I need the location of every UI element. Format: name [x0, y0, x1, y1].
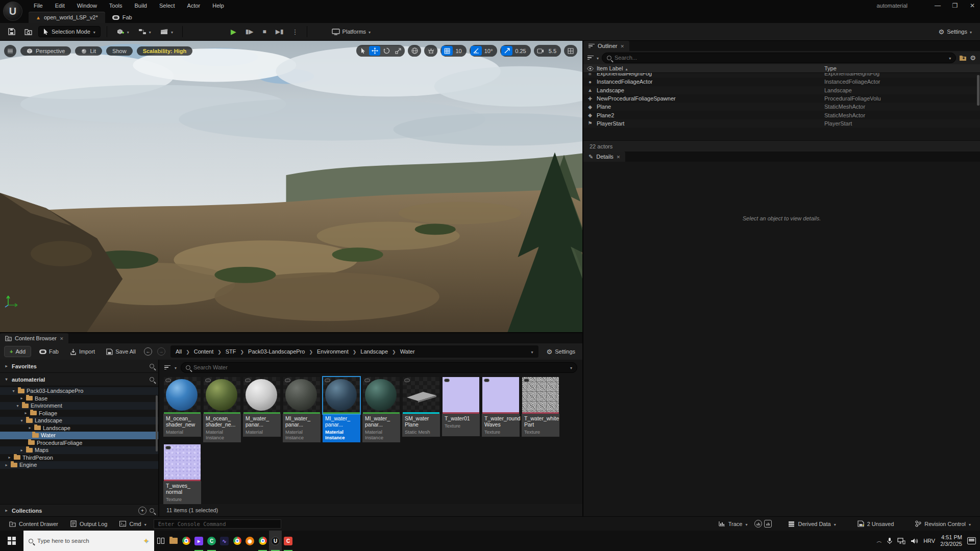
- menu-window[interactable]: Window: [72, 2, 102, 10]
- content-browser-tab[interactable]: Content Browser: [0, 333, 68, 343]
- menu-select[interactable]: Select: [154, 2, 180, 10]
- eject-button[interactable]: ▶▮: [273, 26, 287, 37]
- save-all-button[interactable]: Save All: [103, 346, 139, 357]
- play-button[interactable]: ▶: [228, 26, 239, 38]
- frame-skip-button[interactable]: ▮▶: [242, 26, 257, 37]
- task-view-button[interactable]: [154, 531, 167, 551]
- asset-tile-selected[interactable]: MI_water_panar...Material Instance: [323, 377, 360, 442]
- content-drawer-button[interactable]: Content Drawer: [4, 519, 63, 529]
- red-app-button[interactable]: C: [282, 531, 295, 551]
- start-button[interactable]: [0, 531, 23, 551]
- tray-chevron-icon[interactable]: ︿: [876, 537, 882, 545]
- expand-arrow-icon[interactable]: [4, 463, 9, 467]
- breadcrumb-content[interactable]: Content: [194, 348, 214, 355]
- gear-icon[interactable]: ⚙: [970, 54, 976, 62]
- camera-speed-value[interactable]: 5.5: [547, 48, 560, 54]
- folder-item[interactable]: Engine: [0, 461, 158, 469]
- minimize-button[interactable]: —: [930, 1, 945, 11]
- grid-snap-value[interactable]: 10: [453, 48, 465, 54]
- asset-search-input[interactable]: [193, 364, 567, 370]
- chrome-button[interactable]: [180, 531, 192, 551]
- coordinate-space-toggle[interactable]: [408, 45, 421, 57]
- view-mode-dropdown[interactable]: Lit: [75, 46, 102, 56]
- outliner-row[interactable]: ●InstancedFoliageActorInstancedFoliageAc…: [583, 78, 980, 86]
- profiler-icon[interactable]: [764, 520, 772, 528]
- asset-tile[interactable]: M_ocean_shader_newMaterial: [163, 377, 201, 442]
- breadcrumb-environment[interactable]: Environment: [317, 348, 349, 355]
- chevron-down-icon[interactable]: [597, 55, 599, 61]
- surface-snapping-toggle[interactable]: [424, 45, 437, 57]
- network-icon[interactable]: [897, 538, 905, 544]
- stop-button[interactable]: ■: [260, 26, 270, 37]
- rotate-tool[interactable]: [381, 46, 392, 56]
- menu-actor[interactable]: Actor: [182, 2, 206, 10]
- asset-search-box[interactable]: [181, 362, 577, 373]
- platforms-dropdown[interactable]: Platforms: [329, 27, 374, 37]
- path-dropdown-chevron[interactable]: [531, 348, 533, 355]
- outliner-search-box[interactable]: [602, 53, 956, 63]
- scale-snap-value[interactable]: 0.25: [513, 48, 529, 54]
- file-explorer-button[interactable]: [167, 531, 180, 551]
- folder-item[interactable]: Foliage: [0, 410, 158, 417]
- unsaved-changes-button[interactable]: 2 Unsaved: [852, 518, 899, 529]
- asset-tile[interactable]: M_ocean_shader_ne...Material Instance: [203, 377, 241, 442]
- new-folder-icon[interactable]: [959, 55, 967, 61]
- speaker-icon[interactable]: [911, 538, 918, 544]
- filmora-button[interactable]: ▸: [192, 531, 205, 551]
- taskbar-clock[interactable]: 4:51 PM 2/3/2025: [940, 534, 962, 547]
- folder-item[interactable]: Pack03-LandscapePro: [0, 387, 158, 395]
- menu-help[interactable]: Help: [207, 2, 229, 10]
- show-dropdown[interactable]: Show: [106, 46, 133, 56]
- menu-file[interactable]: File: [29, 2, 48, 10]
- close-icon[interactable]: [617, 154, 621, 160]
- collapse-arrow-icon[interactable]: [15, 404, 20, 408]
- browse-content-button[interactable]: [21, 26, 35, 37]
- search-icon[interactable]: [150, 364, 154, 368]
- asset-tile[interactable]: MI_water_panar...Material Instance: [283, 377, 321, 442]
- project-root-section[interactable]: automaterial: [0, 373, 158, 386]
- favorites-section[interactable]: Favorites: [0, 360, 158, 373]
- import-button[interactable]: Import: [67, 346, 98, 357]
- forward-button[interactable]: →: [157, 347, 165, 356]
- back-button[interactable]: ←: [144, 347, 152, 356]
- notification-center-icon[interactable]: [967, 537, 976, 544]
- save-button[interactable]: [5, 26, 18, 37]
- restore-button[interactable]: ❐: [947, 1, 963, 11]
- expand-arrow-icon[interactable]: [19, 448, 24, 453]
- search-icon[interactable]: [150, 377, 154, 382]
- expand-arrow-icon[interactable]: [19, 396, 24, 400]
- maximize-viewport-button[interactable]: [565, 46, 576, 56]
- cinematics-dropdown[interactable]: [157, 26, 176, 37]
- add-collection-button[interactable]: +: [138, 507, 146, 515]
- asset-tile[interactable]: T_waves_normalTexture: [163, 444, 201, 504]
- expand-arrow-icon[interactable]: [23, 411, 28, 415]
- outliner-row[interactable]: [583, 128, 980, 136]
- outliner-search-input[interactable]: [615, 55, 946, 61]
- fab-button[interactable]: Fab: [36, 346, 62, 357]
- viewport-options-menu[interactable]: [4, 45, 16, 57]
- expand-arrow-icon[interactable]: [4, 508, 9, 513]
- item-label-column-header[interactable]: Item Label: [597, 65, 824, 71]
- tab-level[interactable]: ▲ open_world_LSP_v2*: [29, 12, 105, 23]
- folder-item[interactable]: ProceduralFoliage: [0, 439, 158, 447]
- trace-dropdown[interactable]: Trace: [714, 519, 753, 529]
- close-icon[interactable]: [60, 335, 64, 341]
- blender-button[interactable]: ◉: [243, 531, 256, 551]
- folder-item[interactable]: ThirdPerson: [0, 454, 158, 462]
- folder-item-water[interactable]: Water: [0, 432, 158, 439]
- blueprints-dropdown[interactable]: [135, 26, 154, 37]
- expand-arrow-icon[interactable]: [7, 455, 12, 460]
- language-indicator[interactable]: HRV: [923, 538, 935, 544]
- rotation-snap-toggle[interactable]: [471, 46, 482, 56]
- type-column-header[interactable]: Type: [824, 65, 980, 71]
- scale-tool[interactable]: [393, 46, 404, 56]
- menu-tools[interactable]: Tools: [104, 2, 128, 10]
- outliner-tab[interactable]: Outliner: [583, 41, 629, 51]
- selection-mode-dropdown[interactable]: Selection Mode: [38, 26, 101, 37]
- details-tab[interactable]: ✎ Details: [583, 152, 625, 162]
- search-icon[interactable]: [150, 508, 154, 513]
- asset-tile[interactable]: SM_waterPlaneStatic Mesh: [402, 377, 440, 442]
- close-button[interactable]: ✕: [965, 1, 980, 11]
- outliner-row[interactable]: ▲LandscapeLandscape: [583, 86, 980, 94]
- unreal-engine-taskbar-button[interactable]: U: [269, 531, 282, 551]
